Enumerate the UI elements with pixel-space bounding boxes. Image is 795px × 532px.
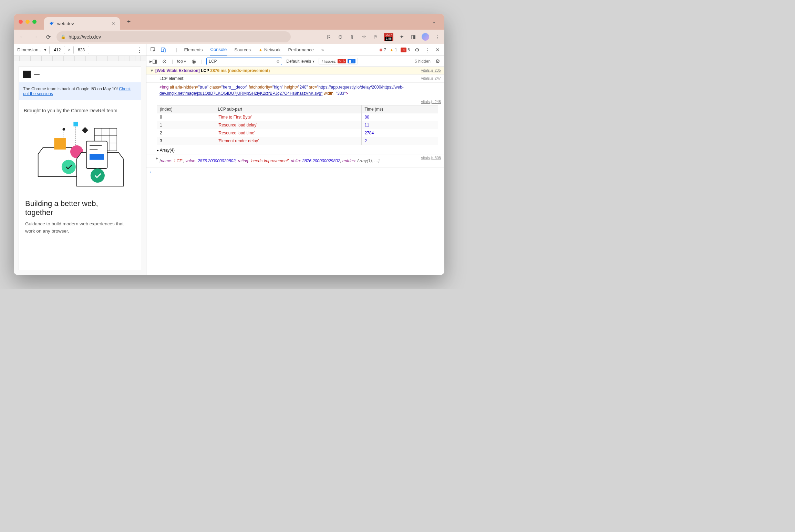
table-row[interactable]: 2'Resource load time'2784	[157, 129, 438, 137]
error-count[interactable]: ⊗ 7	[379, 48, 386, 52]
lcp-extension-badge[interactable]: LCP 2.88	[384, 33, 393, 41]
banner-text: The Chrome team is back at Google I/O on…	[23, 86, 119, 91]
page-preview[interactable]: The Chrome team is back at Google I/O on…	[19, 66, 141, 270]
svg-rect-16	[90, 154, 104, 160]
tab-console[interactable]: Console	[210, 44, 228, 55]
th-subpart[interactable]: LCP sub-part	[215, 105, 362, 113]
table-row[interactable]: 1'Resource load delay'11	[157, 121, 438, 129]
new-tab-button[interactable]: +	[124, 17, 134, 27]
svg-point-17	[91, 168, 105, 183]
nav-placeholder	[34, 74, 40, 75]
inspect-icon[interactable]	[150, 47, 157, 53]
console-log-row[interactable]: ▼ [Web Vitals Extension] LCP 2876 ms (ne…	[146, 67, 444, 75]
install-icon[interactable]: ⎘	[325, 33, 332, 40]
tab-network[interactable]: ▲ Network	[258, 44, 281, 55]
console-settings-icon[interactable]: ⚙	[434, 58, 441, 65]
sidepanel-icon[interactable]: ◨	[410, 33, 417, 40]
source-link[interactable]: vitals.js:235	[421, 68, 441, 73]
console-prompt[interactable]: ›	[146, 168, 444, 177]
console-table-row: vitals.js:248	[146, 98, 444, 104]
warning-count[interactable]: ▲ 1	[390, 48, 397, 52]
devtools-menu-icon[interactable]: ⋮	[424, 47, 431, 53]
dimensions-bar: Dimension… ▾ × ⋮	[14, 44, 146, 56]
context-select[interactable]: top ▾	[177, 59, 186, 64]
devtools-pane: | Elements Console Sources ▲ Network Per…	[146, 44, 444, 275]
lcp-badge-score: 2.88	[385, 37, 392, 41]
minimize-window-button[interactable]	[25, 20, 30, 24]
traffic-lights	[19, 20, 37, 24]
hero-illustration	[19, 117, 141, 194]
tab-close-button[interactable]: ×	[112, 20, 115, 27]
svg-rect-20	[164, 49, 166, 52]
bookmark-icon[interactable]: ☆	[360, 33, 367, 40]
clear-console-icon[interactable]: ⊘	[161, 58, 168, 65]
svg-rect-0	[73, 122, 78, 126]
svg-rect-5	[54, 138, 66, 150]
close-window-button[interactable]	[19, 20, 23, 24]
clear-filter-icon[interactable]: ⊗	[276, 59, 280, 64]
dimension-x: ×	[68, 47, 71, 52]
responsive-viewport-pane: Dimension… ▾ × ⋮ The Chrome team is back…	[14, 44, 146, 275]
lcp-breakdown-table: (index) LCP sub-part Time (ms) 0'Time to…	[157, 105, 438, 145]
table-row[interactable]: 0'Time to First Byte'80	[157, 113, 438, 121]
forward-button[interactable]: →	[30, 32, 40, 42]
source-link[interactable]: vitals.js:248	[421, 100, 441, 104]
reload-button[interactable]: ⟳	[43, 32, 53, 42]
tab-elements[interactable]: Elements	[183, 44, 203, 55]
console-log-row[interactable]: LCP element: vitals.js:247	[146, 75, 444, 83]
share-icon[interactable]: ⇧	[349, 33, 355, 40]
emulated-viewport: The Chrome team is back at Google I/O on…	[14, 61, 146, 275]
expand-icon[interactable]: ▼	[150, 68, 154, 73]
table-row[interactable]: 3'Element render delay'2	[157, 137, 438, 145]
device-select[interactable]: Dimension… ▾	[17, 47, 47, 52]
issues-button[interactable]: 7 Issues: ✕ 6 ▮ 1	[319, 58, 358, 64]
tab-title: web.dev	[57, 21, 74, 26]
lock-icon: 🔒	[61, 34, 66, 39]
height-input[interactable]	[73, 46, 89, 54]
devtools-close-icon[interactable]: ✕	[434, 47, 441, 53]
array-expand-row[interactable]: ▸ Array(4)	[146, 146, 444, 154]
th-index[interactable]: (index)	[157, 105, 215, 113]
page-banner: The Chrome team is back at Google I/O on…	[19, 82, 141, 100]
viewport-more-button[interactable]: ⋮	[136, 46, 143, 54]
tab-overflow-button[interactable]: ⌄	[429, 17, 440, 27]
back-button[interactable]: ←	[17, 32, 27, 42]
console-sidebar-toggle-icon[interactable]: ▸◨	[150, 58, 157, 65]
width-input[interactable]	[49, 46, 65, 54]
badge-count[interactable]: ✕ 6	[401, 48, 410, 52]
ruler	[14, 56, 146, 61]
gear-icon[interactable]: ⚙	[413, 47, 420, 53]
tab-overflow[interactable]: »	[321, 44, 324, 55]
live-expression-icon[interactable]: ◉	[190, 58, 197, 65]
console-filter-input[interactable]: LCP ⊗	[206, 58, 282, 65]
tab-performance[interactable]: Performance	[288, 44, 314, 55]
menu-icon[interactable]: ⋮	[434, 33, 441, 40]
page-header	[19, 66, 141, 82]
log-levels-select[interactable]: Default levels ▾	[286, 59, 314, 64]
browser-tab[interactable]: web.dev ×	[44, 17, 120, 30]
tab-sources[interactable]: Sources	[234, 44, 251, 55]
flag-icon[interactable]: ⚑	[372, 33, 379, 40]
address-bar[interactable]: 🔒 https://web.dev	[56, 31, 291, 42]
th-time[interactable]: Time (ms)	[362, 105, 438, 113]
maximize-window-button[interactable]	[32, 20, 37, 24]
console-output[interactable]: ▼ [Web Vitals Extension] LCP 2876 ms (ne…	[146, 67, 444, 275]
device-toggle-icon[interactable]	[160, 47, 167, 53]
url-text: https://web.dev	[69, 34, 101, 40]
zoom-icon[interactable]: ⊖	[337, 33, 344, 40]
intro-text: Brought to you by the Chrome DevRel team	[19, 100, 141, 117]
site-favicon-icon	[49, 21, 54, 26]
console-object-row[interactable]: ▸ {name: 'LCP', value: 2876.200000029802…	[146, 154, 444, 168]
console-element-row[interactable]: <img alt aria-hidden="true" class="hero_…	[146, 83, 444, 98]
source-link[interactable]: vitals.js:247	[421, 76, 441, 81]
extensions-icon[interactable]: ✦	[398, 33, 405, 40]
source-link[interactable]: vitals.js:308	[421, 156, 441, 166]
profile-avatar[interactable]	[422, 33, 429, 41]
svg-point-3	[63, 128, 65, 130]
expand-icon[interactable]: ▸	[150, 156, 158, 166]
browser-window: web.dev × + ⌄ ← → ⟳ 🔒 https://web.dev ⎘ …	[14, 14, 444, 275]
hidden-count: 5 hidden	[415, 59, 431, 64]
lcp-badge-label: LCP	[385, 33, 392, 37]
devtools-tabbar: | Elements Console Sources ▲ Network Per…	[146, 44, 444, 56]
hero-subtitle: Guidance to build modern web experiences…	[19, 218, 141, 239]
